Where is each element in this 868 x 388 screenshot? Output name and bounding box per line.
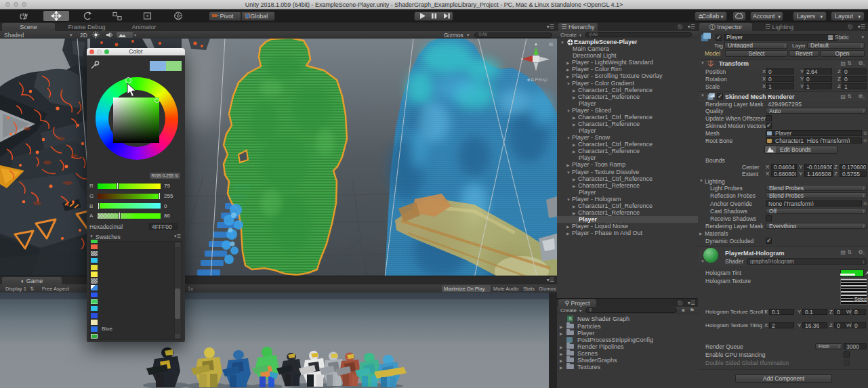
svg-text:◄⧉ Persp: ◄⧉ Persp xyxy=(526,77,547,83)
